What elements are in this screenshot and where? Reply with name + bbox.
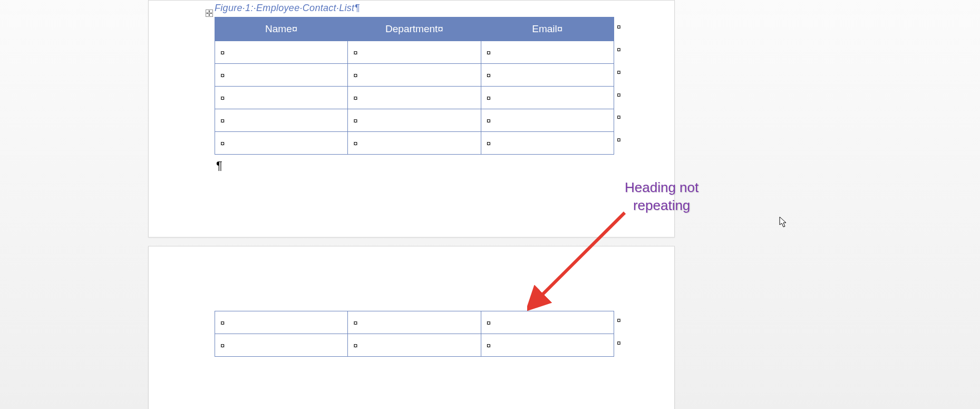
table-row[interactable]: ¤ ¤ ¤ (215, 311, 614, 334)
table-cell[interactable]: ¤ (215, 132, 348, 155)
table-cell[interactable]: ¤ (215, 64, 348, 87)
paragraph-mark-icon: ¶ (216, 159, 222, 173)
table-cell[interactable]: ¤ (348, 64, 481, 87)
mouse-cursor-icon (779, 216, 788, 228)
table-cell[interactable]: ¤ (348, 109, 481, 132)
cell-end-mark-icon: ¤ (220, 139, 225, 148)
cell-end-mark-icon: ¤ (487, 341, 491, 350)
table-header-row[interactable]: Name¤ Department¤ Email¤ (215, 17, 614, 41)
row-end-mark-icon: ¤ (617, 45, 621, 54)
table-cell[interactable]: ¤ (348, 41, 481, 64)
row-end-mark-icon: ¤ (617, 23, 621, 31)
table-cell[interactable]: ¤ (215, 334, 348, 357)
cell-end-mark-icon: ¤ (487, 48, 491, 57)
cell-end-mark-icon: ¤ (487, 318, 491, 327)
table-cell[interactable]: ¤ (215, 311, 348, 334)
employee-contact-table[interactable]: Name¤ Department¤ Email¤ ¤ ¤ ¤ ¤ ¤ ¤ ¤ ¤… (215, 17, 614, 155)
table-cell[interactable]: ¤ (481, 334, 614, 357)
annotation-line-2: repeating (633, 197, 690, 213)
header-email[interactable]: Email¤ (481, 17, 614, 41)
annotation-line-1: Heading not (625, 179, 698, 195)
annotation-callout: Heading not repeating (625, 179, 698, 215)
cell-end-mark-icon: ¤ (220, 341, 225, 350)
table-cell[interactable]: ¤ (348, 311, 481, 334)
table-row[interactable]: ¤ ¤ ¤ (215, 64, 614, 87)
table-cell[interactable]: ¤ (215, 87, 348, 109)
row-end-mark-icon: ¤ (617, 91, 621, 99)
row-end-mark-icon: ¤ (617, 316, 621, 325)
table-cell[interactable]: ¤ (215, 109, 348, 132)
table-cell[interactable]: ¤ (481, 132, 614, 155)
cell-end-mark-icon: ¤ (220, 116, 225, 125)
cell-end-mark-icon: ¤ (487, 93, 491, 102)
cell-end-mark-icon: ¤ (353, 116, 357, 125)
document-page-2[interactable]: ¤ ¤ ¤ ¤ ¤ ¤ ¤ ¤ (148, 246, 675, 409)
table-row[interactable]: ¤ ¤ ¤ (215, 41, 614, 64)
table-cell[interactable]: ¤ (348, 334, 481, 357)
cell-end-mark-icon: ¤ (353, 341, 357, 350)
cell-end-mark-icon: ¤ (353, 318, 357, 327)
cell-end-mark-icon: ¤ (220, 48, 225, 57)
table-row[interactable]: ¤ ¤ ¤ (215, 109, 614, 132)
table-cell[interactable]: ¤ (481, 64, 614, 87)
document-page-1[interactable]: Figure·1:·Employee·Contact·List¶ ✢ Name¤… (148, 0, 675, 237)
figure-caption[interactable]: Figure·1:·Employee·Contact·List¶ (215, 3, 360, 14)
cell-end-mark-icon: ¤ (487, 71, 491, 80)
table-cell[interactable]: ¤ (481, 87, 614, 109)
row-end-mark-icon: ¤ (617, 136, 621, 144)
table-cell[interactable]: ¤ (348, 87, 481, 109)
table-cell[interactable]: ¤ (481, 109, 614, 132)
table-row[interactable]: ¤ ¤ ¤ (215, 87, 614, 109)
table-row[interactable]: ¤ ¤ ¤ (215, 334, 614, 357)
cell-end-mark-icon: ¤ (487, 116, 491, 125)
header-name[interactable]: Name¤ (215, 17, 348, 41)
cell-end-mark-icon: ¤ (353, 139, 357, 148)
header-department[interactable]: Department¤ (348, 17, 481, 41)
row-end-mark-icon: ¤ (617, 113, 621, 121)
table-cell[interactable]: ¤ (348, 132, 481, 155)
cell-end-mark-icon: ¤ (353, 48, 357, 57)
cell-end-mark-icon: ¤ (487, 139, 491, 148)
table-cell[interactable]: ¤ (215, 41, 348, 64)
table-move-handle-icon[interactable]: ✢ (206, 9, 213, 17)
row-end-mark-icon: ¤ (617, 68, 621, 77)
cell-end-mark-icon: ¤ (220, 93, 225, 102)
cell-end-mark-icon: ¤ (220, 318, 225, 327)
cell-end-mark-icon: ¤ (353, 71, 357, 80)
cell-end-mark-icon: ¤ (353, 93, 357, 102)
table-cell[interactable]: ¤ (481, 311, 614, 334)
employee-contact-table-continued[interactable]: ¤ ¤ ¤ ¤ ¤ ¤ (215, 311, 614, 357)
table-cell[interactable]: ¤ (481, 41, 614, 64)
row-end-mark-icon: ¤ (617, 339, 621, 347)
table-row[interactable]: ¤ ¤ ¤ (215, 132, 614, 155)
cell-end-mark-icon: ¤ (220, 71, 225, 80)
